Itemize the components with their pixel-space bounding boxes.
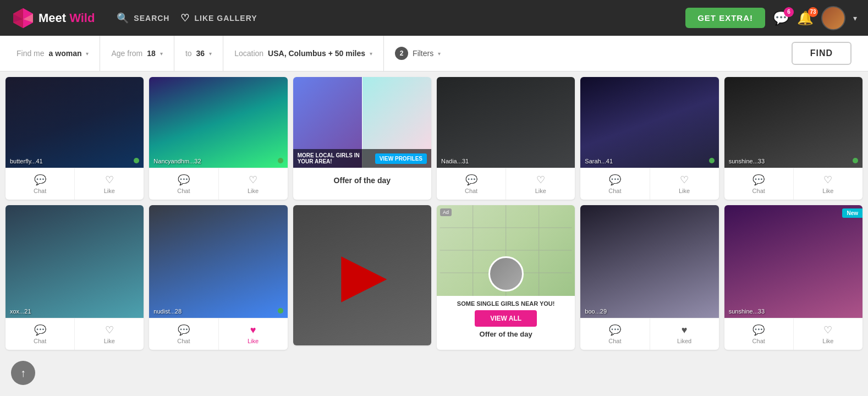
ad-image-area: MORE LOCAL GIRLS IN YOUR AREA! VIEW PROF… (293, 77, 431, 168)
filters-group: 2 Filters ▾ (384, 36, 452, 71)
like-button[interactable]: ♡ Like (75, 318, 144, 350)
liked-button[interactable]: ♥ Liked (650, 318, 719, 350)
nav-search-label: SEARCH (134, 14, 169, 23)
profile-name-overlay: Sarah...41 (585, 158, 613, 164)
heart-icon: ♡ (105, 174, 114, 186)
get-extra-button[interactable]: GET EXTRA! (685, 8, 765, 28)
chat-button[interactable]: 💬 Chat (6, 168, 75, 200)
scroll-to-top[interactable]: ↑ (11, 361, 35, 385)
logo-icon (11, 6, 35, 30)
location-arrow[interactable]: ▾ (370, 51, 372, 57)
age-from-label: Age from (111, 49, 142, 58)
online-indicator (709, 158, 715, 163)
profile-image[interactable]: Nadia...31 (437, 77, 575, 168)
chat-notification[interactable]: 💬 6 (773, 10, 789, 26)
find-me-arrow[interactable]: ▾ (86, 51, 89, 57)
profile-image[interactable]: nudist...28 (149, 205, 287, 318)
card-actions: 💬 Chat ♡ Like (149, 168, 287, 200)
location-group: Location USA, Columbus + 50 miles ▾ (223, 36, 384, 71)
profile-image[interactable]: sunshine...33 (724, 205, 862, 318)
nav-search[interactable]: 🔍 SEARCH (117, 12, 169, 24)
arrow-card[interactable]: ▶ (293, 205, 431, 345)
profile-card: New sunshine...33 💬 Chat ♡ Like (724, 205, 862, 350)
liked-label: Liked (677, 338, 691, 344)
profile-name-overlay: boo...29 (585, 308, 607, 315)
profile-card: Nancyandhm...32 💬 Chat ♡ Like (149, 77, 287, 200)
like-button[interactable]: ♡ Like (75, 168, 144, 200)
new-badge: New (842, 208, 862, 218)
profile-image[interactable]: boo...29 (580, 205, 718, 318)
view-all-button[interactable]: VIEW ALL (475, 310, 537, 327)
find-button[interactable]: FIND (792, 42, 851, 65)
like-label: Like (535, 188, 546, 194)
like-button[interactable]: ♡ Like (794, 168, 862, 200)
profile-image[interactable]: Sarah...41 (580, 77, 718, 168)
chat-button[interactable]: 💬 Chat (580, 318, 650, 350)
heart-icon: ♡ (823, 324, 832, 336)
chat-icon: 💬 (178, 174, 190, 186)
ad-text: MORE LOCAL GIRLS IN YOUR AREA! (298, 152, 375, 164)
profile-image[interactable]: butterfly...41 (6, 77, 144, 168)
card-actions: 💬 Chat ♡ Like (437, 168, 575, 200)
like-button[interactable]: ♡ Like (506, 168, 575, 200)
chat-button[interactable]: 💬 Chat (724, 168, 794, 200)
chat-button[interactable]: 💬 Chat (724, 318, 794, 350)
like-button[interactable]: ♥ Like (219, 318, 288, 350)
heart-icon: ♡ (105, 324, 114, 336)
like-label: Like (104, 188, 115, 194)
chat-icon: 💬 (752, 174, 765, 186)
ad2-offer-label: Offer of the day (480, 330, 532, 338)
filters-arrow[interactable]: ▾ (438, 51, 441, 57)
heart-icon: ♡ (823, 174, 832, 186)
online-indicator (853, 158, 858, 163)
age-to-group: to 36 ▾ (174, 36, 223, 71)
user-dropdown-arrow[interactable]: ▾ (853, 14, 857, 23)
logo[interactable]: MeetWild (11, 6, 95, 30)
like-button[interactable]: ♡ Like (650, 168, 719, 200)
card-actions: 💬 Chat ♡ Like (724, 168, 862, 200)
profile-card: Sarah...41 💬 Chat ♡ Like (580, 77, 718, 200)
age-to-value[interactable]: 36 (196, 49, 205, 58)
location-label: Location (234, 49, 263, 58)
user-avatar[interactable] (821, 6, 845, 30)
next-arrow-icon: ▶ (341, 248, 383, 303)
profile-image[interactable]: xox...21 (6, 205, 144, 318)
profile-image[interactable]: sunshine...33 (724, 77, 862, 168)
chat-badge: 6 (784, 7, 794, 17)
chat-icon: 💬 (609, 324, 621, 336)
chat-button[interactable]: 💬 Chat (149, 168, 218, 200)
profiles-grid: butterfly...41 💬 Chat ♡ Like Nancyandhm.… (0, 72, 868, 355)
profile-image[interactable]: Nancyandhm...32 (149, 77, 287, 168)
profile-name-overlay: xox...21 (10, 308, 31, 315)
heart-filled-icon: ♥ (250, 324, 256, 336)
card-actions: 💬 Chat ♡ Like (6, 318, 144, 350)
card-actions: 💬 Chat ♡ Like (724, 318, 862, 350)
chat-button[interactable]: 💬 Chat (149, 318, 218, 350)
age-from-arrow[interactable]: ▾ (160, 51, 163, 57)
like-button[interactable]: ♡ Like (794, 318, 862, 350)
location-value[interactable]: USA, Columbus + 50 miles (268, 49, 365, 58)
view-profiles-button[interactable]: VIEW PROFILES (375, 153, 427, 164)
offer-text: Offer of the day (334, 176, 391, 185)
online-indicator (134, 158, 139, 163)
chat-icon: 💬 (465, 174, 477, 186)
header: MeetWild 🔍 SEARCH ♡ LIKE GALLERY GET EXT… (0, 0, 868, 36)
alert-notification[interactable]: 🔔 73 (797, 10, 814, 26)
find-me-value[interactable]: a woman (49, 49, 82, 58)
age-to-label: to (185, 49, 192, 58)
profile-name-overlay: nudist...28 (153, 308, 182, 315)
chat-label: Chat (177, 338, 190, 344)
chat-button[interactable]: 💬 Chat (6, 318, 75, 350)
nav-like-gallery[interactable]: ♡ LIKE GALLERY (180, 12, 257, 24)
age-from-value[interactable]: 18 (147, 49, 156, 58)
profile-name-overlay: sunshine...33 (729, 158, 765, 164)
heart-icon: ♡ (249, 174, 257, 186)
like-button[interactable]: ♡ Like (219, 168, 288, 200)
profile-name-overlay: butterfly...41 (10, 158, 43, 164)
chat-button[interactable]: 💬 Chat (437, 168, 506, 200)
nav-like-gallery-label: LIKE GALLERY (194, 14, 257, 23)
like-label: Like (822, 338, 833, 344)
age-to-arrow[interactable]: ▾ (209, 51, 212, 57)
chat-button[interactable]: 💬 Chat (580, 168, 650, 200)
alert-badge: 73 (808, 7, 818, 17)
